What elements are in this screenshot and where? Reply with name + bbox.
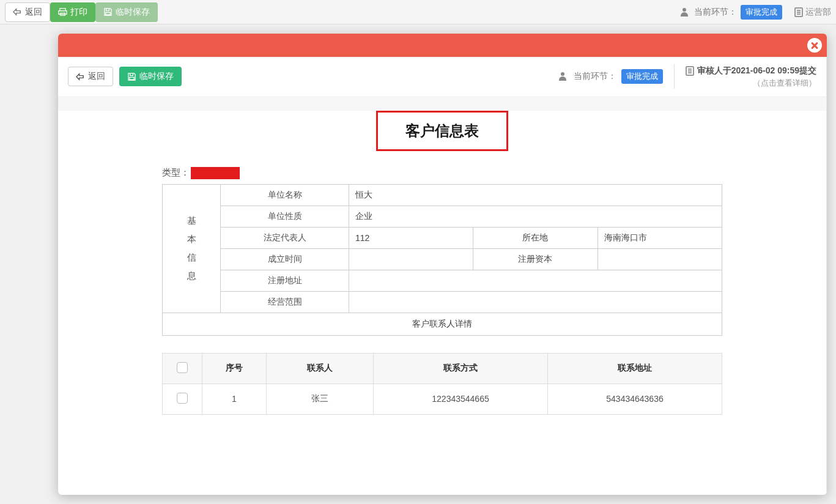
contacts-section-header: 客户联系人详情	[163, 313, 722, 335]
label-location: 所在地	[473, 227, 597, 248]
row-name: 张三	[267, 384, 374, 414]
value-address	[349, 270, 722, 291]
row-checkbox-cell	[163, 384, 202, 414]
modal-back-label: 返回	[88, 71, 105, 82]
row-addr: 543434643636	[548, 384, 722, 414]
row-phone: 122343544665	[374, 384, 548, 414]
value-capital	[597, 248, 722, 270]
doc-icon	[686, 66, 694, 76]
label-capital: 注册资本	[473, 248, 597, 270]
type-value-redacted	[191, 167, 240, 179]
label-scope: 经营范围	[221, 291, 349, 313]
basic-info-table: 基 本 信 息 单位名称 恒大 单位性质 企业 法定代表人 112 所在地 海南…	[162, 184, 722, 336]
bg-toolbar: 返回 打印 临时保存 当前环节： 审批完成 运营部	[0, 0, 836, 24]
modal-toolbar: 返回 临时保存 当前环节： 审批完成 审核人于2021-06-02 09:59提…	[58, 57, 826, 97]
value-org-name: 恒大	[349, 184, 722, 206]
select-all-checkbox[interactable]	[177, 362, 188, 373]
content-area: 客户信息表 类型： 基 本 信 息 单位名称 恒大 单位性质 企业 法定代表人	[58, 111, 826, 439]
divider	[674, 64, 675, 89]
value-org-nature: 企业	[349, 206, 722, 227]
label-founded: 成立时间	[221, 248, 349, 270]
label-address: 注册地址	[221, 270, 349, 291]
submit-info[interactable]: 审核人于2021-06-02 09:59提交 （点击查看详细）	[686, 64, 816, 89]
gray-band	[58, 97, 826, 111]
submit-text: 审核人于2021-06-02 09:59提交	[697, 64, 816, 77]
save-icon	[103, 7, 113, 17]
bg-stage-label: 当前环节：	[694, 7, 737, 18]
modal-dialog: 返回 临时保存 当前环节： 审批完成 审核人于2021-06-02 09:59提…	[58, 34, 827, 495]
bg-print-label: 打印	[70, 7, 87, 18]
person-icon	[681, 8, 690, 17]
header-name: 联系人	[267, 353, 374, 384]
bg-ops-group: 运营部	[794, 7, 831, 18]
table-row[interactable]: 1 张三 122343544665 543434643636	[163, 384, 722, 414]
page-title: 客户信息表	[376, 111, 508, 151]
person-icon	[559, 72, 569, 81]
row-checkbox[interactable]	[177, 393, 188, 404]
row-num: 1	[202, 384, 267, 414]
bg-ops-label: 运营部	[805, 7, 831, 18]
label-legal-rep: 法定代表人	[221, 227, 349, 248]
svg-rect-1	[59, 11, 67, 15]
header-checkbox-cell	[163, 353, 202, 384]
header-addr: 联系地址	[548, 353, 722, 384]
bg-stage-badge: 审批完成	[741, 5, 782, 20]
close-button[interactable]	[807, 38, 822, 53]
modal-stage-label: 当前环节：	[574, 71, 616, 82]
back-icon	[76, 72, 85, 81]
modal-stage-badge: 审批完成	[621, 69, 663, 84]
modal-header	[58, 34, 827, 57]
label-org-name: 单位名称	[221, 184, 349, 206]
bg-tempsave-label: 临时保存	[116, 7, 150, 18]
value-legal-rep: 112	[349, 227, 473, 248]
modal-body: 返回 临时保存 当前环节： 审批完成 审核人于2021-06-02 09:59提…	[58, 57, 827, 495]
bg-tempsave-button[interactable]: 临时保存	[95, 2, 158, 22]
type-label: 类型：	[162, 167, 190, 179]
bg-print-button[interactable]: 打印	[50, 2, 95, 22]
value-founded	[349, 248, 473, 270]
modal-tempsave-button[interactable]: 临时保存	[119, 67, 182, 86]
value-scope	[349, 291, 722, 313]
modal-tempsave-label: 临时保存	[139, 71, 174, 82]
basic-info-section-label: 基 本 信 息	[163, 184, 221, 313]
header-phone: 联系方式	[374, 353, 548, 384]
doc-icon	[794, 7, 803, 17]
printer-icon	[58, 7, 67, 17]
contacts-header-row: 序号 联系人 联系方式 联系地址	[163, 353, 722, 384]
submit-hint: （点击查看详细）	[686, 77, 816, 89]
contacts-table: 序号 联系人 联系方式 联系地址 1 张三 122343544665	[162, 353, 722, 415]
save-icon	[127, 72, 136, 81]
header-num: 序号	[202, 353, 267, 384]
bg-back-label: 返回	[25, 7, 42, 18]
type-row: 类型：	[162, 167, 722, 179]
label-org-nature: 单位性质	[221, 206, 349, 227]
value-location: 海南海口市	[597, 227, 722, 248]
modal-back-button[interactable]: 返回	[68, 67, 113, 86]
bg-back-button[interactable]: 返回	[5, 2, 50, 22]
back-icon	[13, 7, 22, 17]
